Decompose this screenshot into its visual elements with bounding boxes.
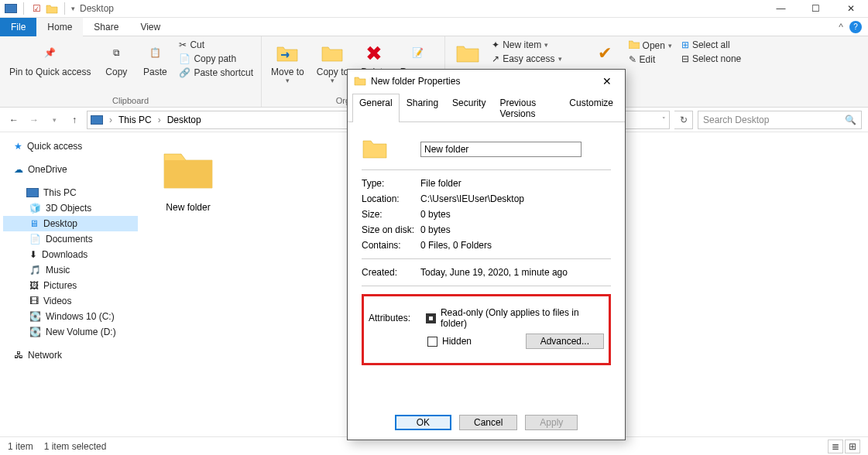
new-folder-button[interactable] — [450, 38, 485, 70]
help-icon[interactable]: ? — [849, 21, 862, 33]
back-button[interactable]: ← — [6, 112, 22, 128]
dialog-tab-sharing[interactable]: Sharing — [400, 94, 445, 122]
type-value: File folder — [420, 178, 461, 189]
tab-file[interactable]: File — [0, 18, 36, 36]
tab-share[interactable]: Share — [83, 18, 129, 36]
sidebar-item-videos[interactable]: 🎞Videos — [3, 293, 138, 309]
history-dropdown[interactable]: ▾ — [46, 112, 62, 128]
tab-view[interactable]: View — [129, 18, 171, 36]
folder-name-input[interactable] — [420, 142, 582, 157]
ribbon-collapse-icon[interactable]: ^ — [839, 22, 843, 32]
selectnone-button[interactable]: ⊟Select none — [678, 52, 744, 66]
copypath-button[interactable]: 📄Copy path — [176, 52, 256, 66]
sidebar-item-pictures[interactable]: 🖼Pictures — [3, 278, 138, 293]
cancel-button[interactable]: Cancel — [459, 415, 517, 430]
selectall-button[interactable]: ⊞Select all — [678, 38, 744, 52]
ok-button[interactable]: OK — [395, 415, 451, 430]
open-button[interactable]: Open — [626, 38, 675, 53]
addr-dropdown-icon[interactable]: ˅ — [662, 116, 666, 124]
advanced-button[interactable]: Advanced... — [526, 334, 604, 349]
forward-button[interactable]: → — [26, 112, 42, 128]
view-large-button[interactable]: ⊞ — [845, 440, 860, 453]
folder-large-icon — [362, 136, 420, 162]
paste-button[interactable]: 📋 Paste — [137, 38, 173, 80]
up-button[interactable]: ↑ — [67, 112, 82, 128]
folder-item[interactable]: New folder — [153, 145, 223, 213]
newfolder-icon — [455, 41, 480, 66]
crumb-desktop[interactable]: Desktop — [167, 115, 201, 125]
drive-icon: 💽 — [29, 311, 41, 322]
dialog-tabs: General Sharing Security Previous Versio… — [348, 93, 625, 122]
readonly-checkbox[interactable] — [426, 313, 436, 323]
paste-shortcut-button[interactable]: 🔗Paste shortcut — [176, 66, 256, 80]
sidebar-network[interactable]: 🖧Network — [3, 347, 138, 363]
network-icon: 🖧 — [14, 350, 23, 361]
sidebar-item-music[interactable]: 🎵Music — [3, 262, 138, 278]
maximize-button[interactable]: ☐ — [798, 0, 833, 18]
size-label: Size: — [362, 209, 420, 220]
sidebar-item-desktop[interactable]: 🖥Desktop — [3, 216, 138, 231]
dialog-tab-general[interactable]: General — [352, 94, 400, 122]
close-button[interactable]: ✕ — [833, 0, 868, 18]
properties-button[interactable]: ✔ — [587, 38, 623, 70]
sidebar-item-drive-d[interactable]: 💽New Volume (D:) — [3, 324, 138, 340]
sidebar-item-documents[interactable]: 📄Documents — [3, 231, 138, 247]
sidebar-quickaccess[interactable]: ★Quick access — [3, 139, 138, 154]
cut-button[interactable]: ✂Cut — [176, 38, 256, 52]
drive-icon: 💽 — [29, 327, 41, 337]
easyaccess-button[interactable]: ↗Easy access — [489, 52, 564, 66]
readonly-label: Read-only (Only applies to files in fold… — [441, 307, 604, 329]
shortcut-icon: 🔗 — [179, 67, 190, 78]
pin-quickaccess-button[interactable]: 📌 Pin to Quick access — [5, 38, 95, 80]
search-placeholder: Search Desktop — [703, 115, 769, 125]
sidebar-item-drive-c[interactable]: 💽Windows 10 (C:) — [3, 309, 138, 324]
edit-button[interactable]: ✎Edit — [626, 53, 675, 67]
folder-icon — [161, 145, 215, 199]
refresh-button[interactable]: ↻ — [674, 111, 693, 129]
delete-icon: ✖ — [362, 41, 386, 66]
pin-icon: 📌 — [38, 41, 63, 66]
sidebar-item-3dobjects[interactable]: 🧊3D Objects — [3, 200, 138, 216]
sidebar-thispc[interactable]: This PC — [3, 185, 138, 200]
selectnone-icon: ⊟ — [681, 53, 689, 64]
status-selected: 1 item selected — [44, 441, 107, 452]
open-icon — [629, 39, 640, 51]
crumb-thispc[interactable]: This PC — [118, 115, 152, 125]
moveto-button[interactable]: Move to — [266, 38, 309, 88]
search-icon: 🔍 — [845, 115, 856, 125]
newitem-button[interactable]: ✦New item — [489, 38, 564, 52]
sidebar-item-downloads[interactable]: ⬇Downloads — [3, 247, 138, 262]
videos-icon: 🎞 — [29, 296, 39, 306]
apply-button[interactable]: Apply — [525, 415, 578, 430]
rename-icon: 📝 — [406, 41, 431, 66]
pc-icon — [26, 188, 39, 197]
dialog-tab-previous[interactable]: Previous Versions — [492, 94, 562, 122]
contains-label: Contains: — [362, 240, 420, 251]
search-input[interactable]: Search Desktop 🔍 — [698, 111, 862, 129]
pc-icon — [91, 115, 103, 125]
folder-icon: 🧊 — [29, 203, 41, 214]
copy-button[interactable]: ⧉ Copy — [98, 38, 134, 80]
sidebar-onedrive[interactable]: ☁OneDrive — [3, 162, 138, 177]
folder-name: New folder — [153, 202, 223, 213]
hidden-checkbox[interactable] — [427, 337, 437, 347]
tab-home[interactable]: Home — [36, 18, 83, 36]
dialog-close-button[interactable]: ✕ — [595, 75, 619, 87]
minimize-button[interactable]: — — [763, 0, 798, 18]
window-titlebar: ☑ ▾ Desktop — ☐ ✕ — [0, 0, 868, 18]
attributes-label: Attributes: — [369, 313, 426, 323]
copyto-icon — [320, 41, 345, 66]
type-label: Type: — [362, 178, 420, 189]
qat-folder-icon[interactable] — [46, 2, 58, 15]
dialog-tab-customize[interactable]: Customize — [562, 94, 620, 122]
copypath-icon: 📄 — [179, 53, 190, 64]
dialog-titlebar[interactable]: New folder Properties ✕ — [348, 70, 625, 93]
view-details-button[interactable]: ≣ — [828, 440, 843, 453]
copy-icon: ⧉ — [104, 41, 129, 66]
hidden-label: Hidden — [442, 336, 472, 347]
size-value: 0 bytes — [420, 209, 451, 220]
qat-properties-icon[interactable]: ☑ — [30, 2, 43, 15]
qat-dropdown-icon[interactable]: ▾ — [71, 5, 75, 12]
dialog-title: New folder Properties — [371, 76, 460, 87]
dialog-tab-security[interactable]: Security — [445, 94, 492, 122]
